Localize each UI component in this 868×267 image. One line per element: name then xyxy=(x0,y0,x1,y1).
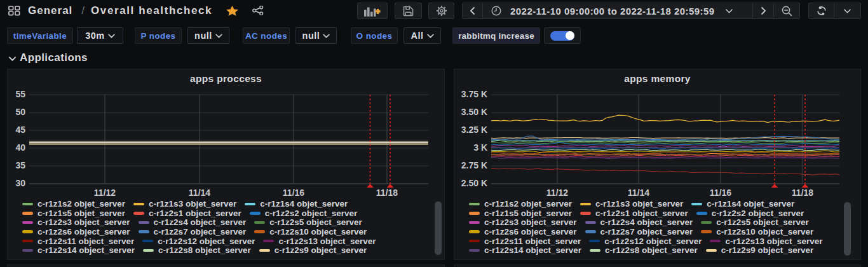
svg-text:40: 40 xyxy=(15,142,25,153)
svg-text:35: 35 xyxy=(15,160,25,170)
svg-text:30: 30 xyxy=(15,178,25,188)
svg-text:3.25 K: 3.25 K xyxy=(461,125,487,135)
svg-text:2.50 K: 2.50 K xyxy=(461,178,487,188)
svg-text:11/14: 11/14 xyxy=(628,188,649,198)
svg-text:3 K: 3 K xyxy=(473,142,487,153)
svg-text:11/14: 11/14 xyxy=(189,188,210,198)
svg-text:3.75 K: 3.75 K xyxy=(461,89,487,99)
svg-text:11/12: 11/12 xyxy=(94,188,116,198)
svg-text:45: 45 xyxy=(15,125,25,135)
svg-text:11/18: 11/18 xyxy=(792,188,813,198)
svg-text:11/12: 11/12 xyxy=(546,188,568,198)
svg-text:2.75 K: 2.75 K xyxy=(461,160,487,170)
svg-text:50: 50 xyxy=(15,107,25,117)
svg-text:3.50 K: 3.50 K xyxy=(461,107,487,117)
svg-text:11/16: 11/16 xyxy=(283,188,304,198)
svg-text:11/16: 11/16 xyxy=(710,188,731,198)
svg-text:11/18: 11/18 xyxy=(376,188,398,198)
svg-text:55: 55 xyxy=(15,89,25,99)
